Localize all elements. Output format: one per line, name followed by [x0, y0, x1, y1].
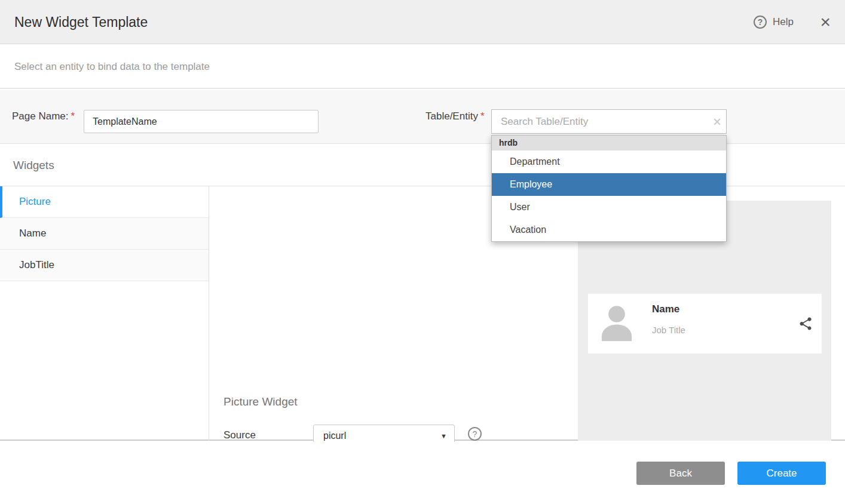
back-button[interactable]: Back	[636, 462, 725, 485]
source-select-value: picurl	[323, 431, 346, 441]
subtitle-text: Select an entity to bind data to the tem…	[14, 45, 210, 89]
source-label: Source	[224, 429, 256, 441]
widget-editor-title: Picture Widget	[224, 395, 298, 408]
dropdown-item-employee[interactable]: Employee	[492, 173, 726, 196]
widget-sidebar: Picture Name JobTitle	[0, 186, 209, 441]
source-help-icon[interactable]: ?	[468, 427, 482, 441]
dialog-footer: Back Create	[0, 442, 845, 504]
close-icon[interactable]: ×	[820, 0, 831, 44]
clear-icon[interactable]: ×	[713, 110, 721, 133]
required-marker: *	[71, 110, 75, 122]
widgets-section-title: Widgets	[13, 145, 54, 186]
required-marker: *	[480, 110, 485, 122]
sidebar-item-picture[interactable]: Picture	[0, 186, 209, 218]
preview-jobtitle-text: Job Title	[652, 325, 685, 335]
page-name-input[interactable]	[84, 110, 319, 133]
dropdown-group-hrdb: hrdb	[492, 136, 726, 150]
sidebar-item-jobtitle[interactable]: JobTitle	[0, 250, 209, 281]
dropdown-item-vacation[interactable]: Vacation	[492, 219, 726, 241]
preview-card: Name Job Title	[588, 294, 822, 354]
dropdown-item-department[interactable]: Department	[492, 150, 726, 173]
page-title: New Widget Template	[14, 0, 148, 44]
table-entity-search-input[interactable]	[492, 110, 726, 133]
subtitle-row: Select an entity to bind data to the tem…	[0, 45, 845, 89]
table-entity-searchbox[interactable]: ×	[491, 109, 727, 134]
avatar-placeholder-icon	[598, 301, 636, 349]
sidebar-item-name[interactable]: Name	[0, 218, 209, 250]
table-entity-dropdown: hrdb Department Employee User Vacation	[491, 135, 727, 242]
page-name-label: Page Name:*	[12, 110, 75, 122]
new-widget-template-dialog: New Widget Template ? Help × Select an e…	[0, 0, 845, 504]
preview-name-text: Name	[652, 303, 679, 315]
dialog-header: New Widget Template ? Help ×	[0, 0, 845, 44]
create-button[interactable]: Create	[737, 462, 826, 485]
share-icon	[798, 315, 813, 334]
help-button[interactable]: ? Help	[754, 0, 794, 44]
dropdown-item-user[interactable]: User	[492, 196, 726, 219]
table-entity-label: Table/Entity*	[425, 110, 485, 122]
help-icon[interactable]: ?	[754, 16, 767, 29]
help-label[interactable]: Help	[773, 16, 794, 28]
